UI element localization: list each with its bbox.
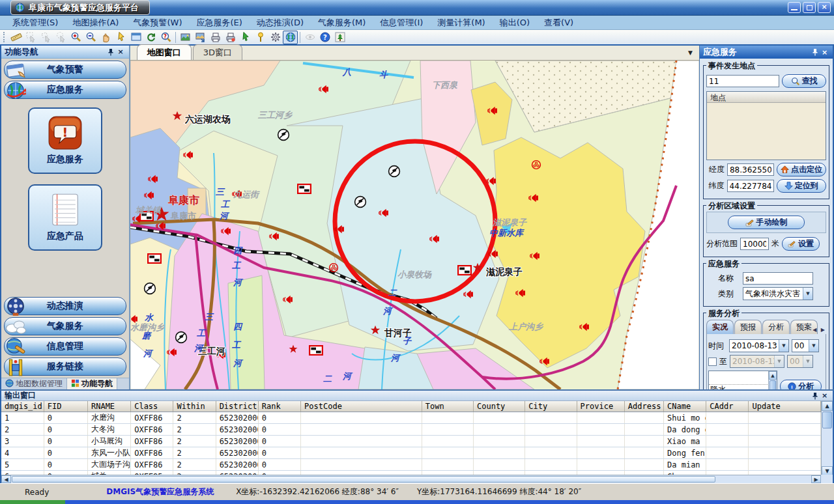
close-icon[interactable]: × (820, 48, 829, 57)
map-tab-1[interactable]: 3D窗口 (193, 44, 242, 60)
column-header-County[interactable]: County (474, 401, 525, 412)
ruler-icon[interactable] (8, 31, 23, 44)
menu-item-3[interactable]: 应急服务(E) (189, 16, 249, 30)
table-row[interactable]: 50大面场子沟OXFF8626523020000Da mian ... (1, 459, 821, 471)
big-button-0[interactable]: !应急服务 (28, 107, 102, 174)
facility-icon[interactable] (144, 283, 155, 294)
dropdown-arrow-icon[interactable]: ▼ (803, 288, 812, 300)
table-horizontal-scrollbar[interactable]: ◀ ▶ (1, 475, 821, 483)
tree-view-icon[interactable] (332, 31, 347, 44)
tab-scroll-icons[interactable]: ◀ ▶ (812, 327, 826, 333)
close-icon[interactable]: × (116, 48, 126, 57)
nav-group-bottom-3[interactable]: 服务链接 (4, 357, 126, 376)
dropdown-arrow-icon[interactable]: ▼ (779, 340, 788, 352)
column-header-CAddr[interactable]: CAddr (706, 401, 749, 412)
map-tab-0[interactable]: 地图窗口 (137, 44, 192, 60)
column-header-Provice[interactable]: Provice (577, 401, 624, 412)
printer-icon[interactable] (208, 31, 223, 44)
column-header-District[interactable]: District (216, 401, 258, 412)
column-header-FID[interactable]: FID (44, 401, 87, 412)
pin-icon[interactable] (106, 48, 116, 57)
station-icon[interactable] (458, 266, 471, 275)
pan-hand-icon[interactable] (98, 31, 113, 44)
table-row[interactable]: 20大冬沟OXFF8626523020000Da dong gou (1, 424, 821, 436)
facility-icon[interactable] (278, 130, 289, 141)
close-icon[interactable]: × (820, 391, 829, 400)
globe-3d-icon[interactable] (283, 31, 298, 44)
facility-icon[interactable] (175, 332, 186, 343)
station-icon[interactable] (309, 346, 323, 355)
identify-icon[interactable]: ? (158, 31, 173, 44)
menu-item-0[interactable]: 系统管理(S) (5, 16, 65, 30)
map-tab-dropdown-icon[interactable]: ▼ (688, 49, 693, 56)
column-header-PostCode[interactable]: PostCode (301, 401, 422, 412)
scroll-thumb[interactable] (822, 412, 832, 428)
analysis-tab-2[interactable]: 分析 (762, 320, 790, 334)
table-row[interactable]: 40东风一小队OXFF8626523020000Dong fen... (1, 447, 821, 459)
station-icon[interactable] (148, 254, 161, 263)
table-vertical-scrollbar[interactable]: ▲ ▼ (821, 401, 833, 476)
column-header-Update[interactable]: Update (749, 401, 821, 412)
green-pointer-icon[interactable] (238, 31, 253, 44)
table-row[interactable]: 10水磨沟OXFF8626523020000Shui mo gou (1, 412, 821, 424)
menu-item-6[interactable]: 信息管理(I) (373, 16, 430, 30)
column-header-City[interactable]: City (525, 401, 577, 412)
latitude-input[interactable] (727, 180, 774, 192)
nav-group-0[interactable]: 气象预警 (4, 61, 126, 79)
nav-group-bottom-1[interactable]: 气象服务 (4, 317, 126, 335)
service-type-dropdown[interactable]: 气象和洪水灾害 ▼ (743, 287, 813, 300)
minimize-button[interactable] (788, 2, 801, 13)
map-canvas[interactable]: 六运湖农场滋泥泉子三工河甘河子阜康市阜康市三工河乡下西泉九运街城关镇滋泥泉子小泉… (130, 61, 699, 389)
hour-dropdown[interactable]: 00 ▼ (792, 339, 819, 352)
nav-group-bottom-0[interactable]: 动态推演 (4, 297, 126, 315)
pin-locate-icon[interactable] (253, 31, 268, 44)
image-layers-icon[interactable] (178, 31, 193, 44)
element-item-0[interactable]: 降水 (709, 385, 768, 389)
range-input[interactable] (740, 238, 769, 250)
help-icon[interactable]: ? (317, 31, 332, 44)
scroll-up-icon[interactable]: ▲ (769, 371, 777, 380)
analysis-tab-1[interactable]: 预报 (734, 320, 762, 334)
place-list[interactable]: 地点 (706, 91, 826, 160)
to-checkbox[interactable] (708, 357, 717, 366)
left-tab-1[interactable]: 功能导航 (67, 378, 117, 389)
scroll-left-icon[interactable]: ◀ (1, 475, 11, 483)
menu-item-9[interactable]: 查看(V) (537, 16, 581, 30)
facility-icon[interactable] (388, 166, 399, 177)
left-tab-0[interactable]: 地图数据管理 (1, 378, 67, 389)
listbox-scrollbar[interactable]: ▲ (768, 371, 777, 389)
nav-group-bottom-2[interactable]: 信息管理 (4, 337, 126, 356)
search-button[interactable]: 查找 (782, 74, 826, 88)
click-locate-button[interactable]: 点击定位 (777, 163, 826, 176)
eye-view-icon[interactable] (302, 31, 317, 44)
output-table[interactable]: dmgis_idFIDRNAMEClassWithinDistrictRankP… (1, 401, 821, 476)
dropdown-arrow-icon[interactable]: ▼ (809, 340, 818, 352)
element-listbox[interactable]: 降水空气温度 ▲ (708, 371, 777, 389)
select-poly-icon[interactable] (38, 31, 53, 44)
refresh-icon[interactable] (143, 31, 158, 44)
analyze-button[interactable]: i 分析 (780, 380, 822, 389)
toolbar-grip[interactable] (3, 32, 6, 42)
longitude-input[interactable] (727, 163, 774, 176)
restore-button[interactable] (803, 2, 816, 13)
scroll-thumb[interactable] (12, 476, 715, 483)
menu-item-8[interactable]: 输出(O) (493, 16, 537, 30)
menu-item-5[interactable]: 气象服务(M) (311, 16, 373, 30)
select-area-icon[interactable] (23, 31, 38, 44)
facility-icon[interactable] (354, 197, 366, 208)
select-free-icon[interactable] (53, 31, 68, 44)
column-header-Class[interactable]: Class (131, 401, 173, 412)
menu-item-7[interactable]: 测量计算(M) (430, 16, 492, 30)
menu-item-2[interactable]: 气象预警(W) (126, 16, 189, 30)
locate-to-button[interactable]: 定位到 (777, 179, 826, 193)
nav-group-1[interactable]: 应急服务 (4, 81, 126, 99)
column-header-CName[interactable]: CName (664, 401, 706, 412)
column-header-dmgis_id[interactable]: dmgis_id (1, 401, 44, 412)
column-header-Town[interactable]: Town (422, 401, 473, 412)
pin-icon[interactable] (810, 391, 820, 400)
column-header-Rank[interactable]: Rank (258, 401, 300, 412)
scroll-up-icon[interactable]: ▲ (822, 401, 833, 411)
set-button[interactable]: 设置 (782, 237, 820, 251)
column-header-Within[interactable]: Within (173, 401, 216, 412)
print-preview-icon[interactable] (223, 31, 238, 44)
